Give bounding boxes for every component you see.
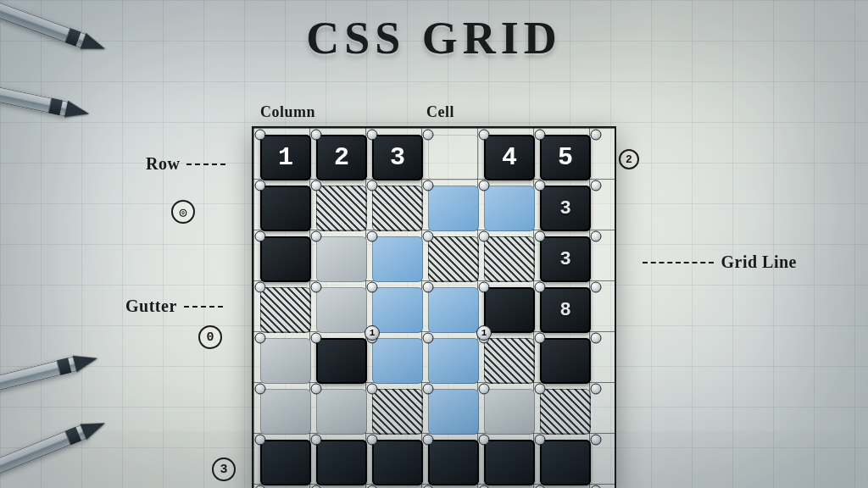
grid-node bbox=[591, 485, 602, 489]
page-title: CSS GRID bbox=[0, 12, 868, 64]
grid-cell bbox=[316, 287, 367, 333]
grid-cell: 2 bbox=[316, 135, 367, 180]
grid-cell: 3 bbox=[372, 135, 423, 180]
bottom-left-circle: 3 bbox=[212, 458, 236, 481]
grid-node bbox=[535, 485, 546, 489]
grid-cell bbox=[316, 186, 367, 231]
grid-cell bbox=[372, 236, 423, 282]
grid-node bbox=[311, 485, 322, 489]
grid-cell bbox=[372, 186, 423, 231]
grid-cell bbox=[428, 135, 479, 180]
grid-cell: 4 bbox=[484, 135, 535, 180]
grid-node bbox=[591, 435, 602, 446]
grid-node bbox=[423, 485, 434, 489]
grid-cell bbox=[540, 440, 591, 485]
grid-cell bbox=[484, 338, 535, 384]
label-row: Row bbox=[146, 154, 225, 174]
label-column: Column bbox=[260, 103, 315, 121]
grid-cell bbox=[260, 287, 311, 333]
grid-cell: 3 bbox=[540, 186, 591, 231]
gutter-zero-circle: 0 bbox=[198, 325, 222, 349]
grid-cell bbox=[260, 186, 311, 231]
grid-cell bbox=[428, 389, 479, 435]
top-right-small: 2 bbox=[619, 149, 639, 169]
marker-circle: ◎ bbox=[171, 200, 195, 224]
grid-cell bbox=[316, 236, 367, 282]
grid-cell: 5 bbox=[540, 135, 591, 180]
grid-node bbox=[591, 180, 602, 191]
grid-node bbox=[591, 384, 602, 395]
css-grid-demo: 1234533811 bbox=[252, 126, 616, 488]
grid-cell bbox=[372, 440, 423, 485]
grid-cell bbox=[372, 338, 423, 384]
pen-decor bbox=[0, 63, 70, 116]
grid-node bbox=[591, 231, 602, 242]
grid-node bbox=[591, 282, 602, 293]
grid-cell bbox=[540, 338, 591, 384]
grid-cell bbox=[428, 338, 479, 384]
grid-cell: 1 bbox=[260, 135, 311, 180]
grid-cell: 3 bbox=[540, 236, 591, 282]
grid-cell bbox=[484, 389, 535, 435]
grid-cell bbox=[484, 440, 535, 485]
grid-cell bbox=[428, 236, 479, 282]
label-cell: Cell bbox=[426, 103, 454, 121]
label-grid-line: Grid Line bbox=[643, 252, 797, 272]
grid-cell bbox=[484, 287, 535, 333]
grid-cell bbox=[372, 287, 423, 333]
grid-cell bbox=[316, 440, 367, 485]
grid-cell bbox=[316, 338, 367, 384]
grid-node bbox=[255, 485, 266, 489]
grid-node bbox=[367, 485, 378, 489]
grid-cell bbox=[260, 236, 311, 282]
grid-cell bbox=[428, 287, 479, 333]
grid-cell bbox=[260, 389, 311, 435]
grid-node bbox=[591, 130, 602, 141]
grid-node bbox=[591, 333, 602, 344]
grid-node bbox=[479, 485, 490, 489]
grid-cell bbox=[372, 389, 423, 435]
grid-cell bbox=[260, 338, 311, 384]
pen-decor bbox=[0, 424, 87, 488]
grid-cell: 8 bbox=[540, 287, 591, 333]
label-gutter: Gutter bbox=[125, 297, 223, 316]
pen-decor bbox=[0, 356, 78, 416]
grid-cell bbox=[316, 389, 367, 435]
grid-cell bbox=[484, 236, 535, 282]
grid-cell bbox=[428, 440, 479, 485]
grid-cell bbox=[484, 186, 535, 231]
grid-cell bbox=[428, 186, 479, 231]
grid-cell bbox=[540, 389, 591, 435]
grid-cell bbox=[260, 440, 311, 485]
